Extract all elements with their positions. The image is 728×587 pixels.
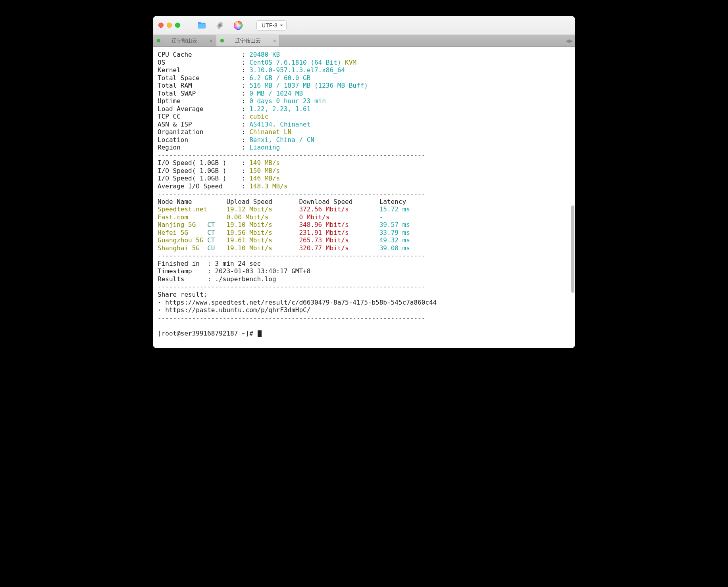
minimize-window-button[interactable]: [167, 23, 172, 28]
encoding-value: UTF-8: [262, 22, 277, 29]
color-wheel-icon[interactable]: [233, 20, 244, 31]
close-window-button[interactable]: [158, 23, 164, 28]
svg-point-2: [234, 21, 243, 30]
zoom-window-button[interactable]: [175, 23, 180, 28]
tab-overflow-arrows[interactable]: ◀▶: [566, 35, 573, 46]
tab-1[interactable]: 辽宁鞍山云 ×: [153, 35, 216, 46]
tab-label: 辽宁鞍山云: [171, 37, 197, 44]
status-dot-icon: [220, 39, 224, 42]
terminal-text: CPU Cache : 20480 KB OS : CentOS 7.6.181…: [158, 51, 570, 337]
traffic-lights: [158, 23, 180, 28]
titlebar: UTF-8: [153, 16, 575, 35]
tab-2[interactable]: 辽宁鞍山云 ×: [216, 35, 280, 46]
folder-icon[interactable]: [196, 20, 207, 31]
close-tab-icon[interactable]: ×: [210, 38, 213, 44]
scrollbar-thumb[interactable]: [571, 205, 574, 293]
tab-bar: 辽宁鞍山云 × 辽宁鞍山云 × ◀▶: [153, 35, 575, 47]
toolbar: [196, 20, 244, 31]
encoding-select[interactable]: UTF-8: [256, 20, 287, 31]
tab-label: 辽宁鞍山云: [235, 37, 261, 44]
status-dot-icon: [157, 39, 160, 42]
close-tab-icon[interactable]: ×: [273, 38, 276, 44]
terminal-output[interactable]: CPU Cache : 20480 KB OS : CentOS 7.6.181…: [153, 47, 575, 348]
gear-icon[interactable]: [214, 20, 225, 31]
terminal-window: UTF-8 辽宁鞍山云 × 辽宁鞍山云 × ◀▶ CPU Cache : 204…: [153, 16, 575, 348]
